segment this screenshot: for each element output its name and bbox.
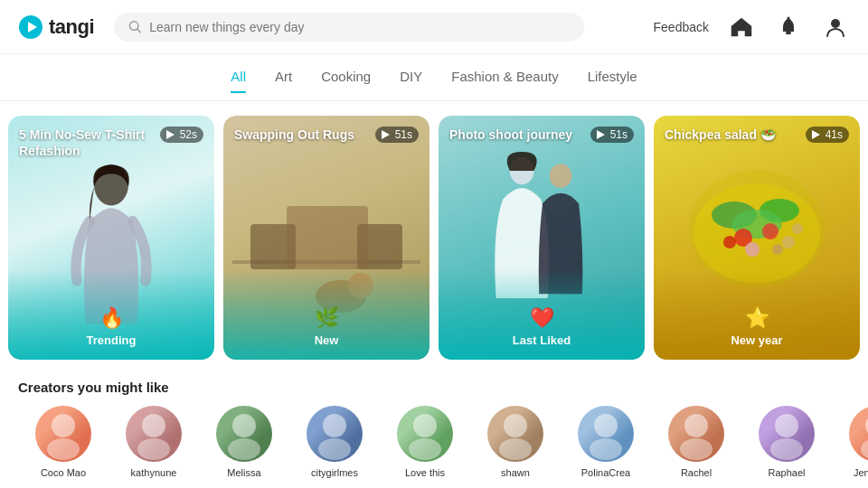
svg-point-44 (684, 414, 708, 437)
creator-avatar (216, 406, 272, 462)
card-3-duration: 51s (590, 127, 634, 143)
nav-tabs: All Art Cooking DIY Fashion & Beauty Lif… (0, 54, 868, 101)
notifications-icon[interactable] (774, 13, 803, 42)
svg-point-45 (680, 438, 712, 460)
creator-item[interactable]: Coco Mao (18, 406, 108, 478)
creator-item[interactable]: Melissa (199, 406, 289, 478)
svg-point-36 (323, 414, 346, 437)
creators-row: Coco Mao kathynune Melissa citygirlmes L… (18, 406, 850, 478)
creator-name: shawn (501, 467, 530, 478)
creator-item[interactable]: citygirlmes (289, 406, 380, 478)
creators-title: Creators you might like (18, 380, 850, 395)
svg-point-38 (413, 414, 437, 437)
card-4-badge: New year (731, 333, 782, 347)
card-1[interactable]: 5 Min No-Sew T-Shirt Refashion 52s 🔥 Tre… (8, 116, 214, 360)
search-input[interactable] (149, 20, 570, 34)
card-3[interactable]: Photo shoot journey 51s ❤️ Last Liked (439, 116, 645, 360)
home-icon[interactable] (727, 13, 756, 42)
svg-point-46 (775, 414, 798, 437)
creator-avatar (578, 406, 634, 462)
creator-name: Love this (405, 467, 445, 478)
card-4-overlay-top: Chickpea salad 🥗 41s (654, 116, 860, 154)
creator-item[interactable]: kathynune (108, 406, 199, 478)
card-4-title: Chickpea salad 🥗 (665, 127, 776, 143)
creator-name: JenBryantl (854, 467, 868, 478)
creator-item[interactable]: PolinaCrea (561, 406, 651, 478)
creator-item[interactable]: Rachel (651, 406, 741, 478)
creator-avatar (849, 406, 868, 462)
tab-lifestyle[interactable]: Lifestyle (588, 69, 637, 93)
play-icon (812, 130, 820, 139)
creator-avatar (759, 406, 815, 462)
svg-point-29 (745, 242, 760, 257)
creator-item[interactable]: shawn (470, 406, 561, 478)
svg-point-40 (504, 414, 527, 437)
tab-all[interactable]: All (231, 69, 246, 93)
logo-icon (18, 14, 43, 40)
card-3-badge: Last Liked (513, 333, 571, 347)
svg-line-3 (137, 29, 140, 32)
card-2-badge: New (315, 333, 339, 347)
feedback-link[interactable]: Feedback (654, 20, 709, 34)
tab-cooking[interactable]: Cooking (321, 69, 371, 93)
play-icon (597, 130, 605, 139)
svg-point-30 (52, 414, 75, 437)
card-3-overlay-top: Photo shoot journey 51s (439, 116, 645, 154)
svg-point-17 (550, 164, 572, 188)
creator-item[interactable]: Love this (380, 406, 470, 478)
card-1-badge: Trending (87, 333, 137, 347)
logo-wordmark: tangi (49, 15, 94, 39)
card-1-title: 5 Min No-Sew T-Shirt Refashion (19, 127, 146, 159)
svg-point-42 (594, 414, 618, 437)
svg-point-24 (762, 223, 778, 239)
creator-name: PolinaCrea (581, 467, 630, 478)
card-2[interactable]: Swapping Out Rugs 51s 🌿 New (223, 116, 429, 360)
svg-point-47 (770, 438, 803, 460)
svg-point-26 (782, 236, 795, 249)
creator-avatar (397, 406, 453, 462)
card-4-duration: 41s (806, 127, 849, 143)
header: tangi Feedback (0, 0, 868, 54)
cards-row: 5 Min No-Sew T-Shirt Refashion 52s 🔥 Tre… (0, 101, 868, 374)
card-3-title: Photo shoot journey (449, 127, 572, 143)
creator-name: Melissa (227, 467, 260, 478)
creator-avatar (487, 406, 543, 462)
creator-avatar (668, 406, 724, 462)
logo[interactable]: tangi (18, 14, 99, 40)
svg-rect-4 (786, 32, 791, 34)
user-icon[interactable] (821, 13, 850, 42)
svg-point-34 (232, 414, 256, 437)
creator-item[interactable]: JenBryantl (832, 406, 868, 478)
svg-point-49 (861, 438, 868, 460)
tab-diy[interactable]: DIY (400, 69, 422, 93)
tab-fashion-beauty[interactable]: Fashion & Beauty (451, 69, 558, 93)
new-icon: 🌿 (315, 306, 339, 330)
play-icon (382, 130, 390, 139)
creators-section: Creators you might like Coco Mao kathynu… (0, 374, 868, 478)
creator-avatar (307, 406, 363, 462)
card-1-overlay-top: 5 Min No-Sew T-Shirt Refashion 52s (8, 116, 214, 170)
svg-point-25 (723, 236, 736, 249)
creator-avatar (126, 406, 182, 462)
svg-rect-11 (287, 206, 368, 269)
svg-point-32 (142, 414, 165, 437)
svg-point-33 (137, 438, 170, 460)
tab-art[interactable]: Art (275, 69, 292, 93)
svg-point-6 (831, 19, 840, 28)
creator-name: kathynune (131, 467, 177, 478)
card-2-duration: 51s (375, 127, 419, 143)
svg-point-27 (772, 244, 783, 255)
search-bar[interactable] (114, 13, 584, 42)
svg-point-35 (228, 438, 260, 460)
creator-name: Coco Mao (41, 467, 86, 478)
card-3-bottom: ❤️ Last Liked (439, 269, 645, 360)
svg-point-41 (499, 438, 532, 460)
card-1-bottom: 🔥 Trending (8, 269, 214, 360)
play-icon (166, 130, 175, 139)
svg-point-37 (318, 438, 351, 460)
card-4[interactable]: Chickpea salad 🥗 41s ⭐ New year (654, 116, 860, 360)
creator-item[interactable]: Raphael (741, 406, 832, 478)
svg-point-5 (788, 16, 790, 19)
card-2-overlay-top: Swapping Out Rugs 51s (223, 116, 429, 154)
trending-icon: 🔥 (99, 306, 124, 330)
